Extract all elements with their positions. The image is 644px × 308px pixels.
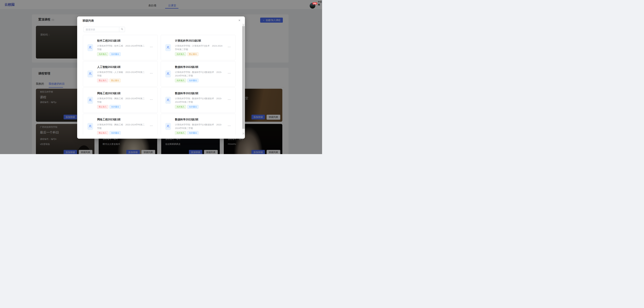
class-meta: 计算机科学学院 - 计算机科学与技术2023-2024学年第二学期	[175, 44, 224, 51]
users-icon	[166, 124, 170, 129]
close-icon[interactable]: ✕	[238, 19, 240, 22]
class-meta: 计算机科学学院 - 网络工程2023-2024学年第二学期	[97, 123, 146, 130]
class-avatar	[88, 70, 93, 77]
more-actions-icon[interactable]: ⋯	[150, 124, 153, 128]
class-dept: 计算机科学学院 - 网络工程	[97, 97, 123, 100]
class-tags: 允许加入 允许退出	[175, 105, 198, 109]
more-actions-icon[interactable]: ⋯	[228, 124, 231, 128]
status-badge: 禁止退出	[110, 79, 120, 82]
class-card[interactable]: 计算机科学2021级2班 计算机科学学院 - 计算机科学与技术2023-2024…	[161, 35, 236, 60]
users-icon	[88, 98, 92, 102]
class-tags: 禁止加入 禁止退出	[97, 79, 120, 82]
class-tags: 禁止加入 允许退出	[97, 105, 120, 109]
class-avatar	[165, 44, 171, 51]
status-badge: 允许加入	[97, 52, 108, 56]
status-badge: 允许退出	[188, 79, 198, 82]
modal-body: 软件工程2021级1班 计算机科学学院 - 软件工程2023-2024学年第二学…	[77, 23, 242, 135]
users-icon	[166, 98, 170, 102]
class-meta: 计算机科学学院 - 数据科学与大数据技术2023-2024学年第二学期	[175, 97, 224, 104]
php-badge: php	[312, 2, 318, 4]
class-tags: 禁止加入 允许退出	[97, 131, 120, 135]
search-icon	[121, 28, 123, 31]
class-card[interactable]: 数据科学2022级2班 计算机科学学院 - 数据科学与大数据技术2023-202…	[161, 114, 236, 135]
modal-scrollbar[interactable]: ▲ ▼	[242, 24, 245, 135]
class-tags: 允许加入 允许退出	[175, 131, 198, 135]
class-card[interactable]: 网络工程2023级1班 计算机科学学院 - 网络工程2023-2024学年第二学…	[83, 87, 158, 113]
class-dept: 计算机科学学院 - 计算机科学与技术	[175, 45, 210, 47]
users-icon	[166, 45, 170, 50]
class-avatar	[165, 123, 171, 130]
class-name: 网络工程2023级1班	[97, 92, 121, 95]
status-badge: 禁止加入	[97, 79, 108, 82]
class-avatar	[88, 44, 93, 51]
status-badge: 允许加入	[175, 52, 186, 56]
class-name: 数据科学2022级2班	[175, 65, 198, 69]
more-actions-icon[interactable]: ⋯	[150, 98, 153, 101]
class-name: 数据科学2022级2班	[175, 118, 198, 121]
class-card[interactable]: 软件工程2021级1班 计算机科学学院 - 软件工程2023-2024学年第二学…	[83, 35, 158, 60]
site-watermark: php 中文网	[312, 0, 322, 6]
class-dept: 计算机科学学院 - 软件工程	[97, 45, 123, 47]
watermark-site-text: 中文网	[318, 0, 322, 6]
class-meta: 计算机科学学院 - 数据科学与大数据技术2023-2024学年第二学期	[175, 70, 224, 77]
search-input[interactable]	[84, 27, 119, 32]
status-badge: 允许退出	[110, 52, 120, 56]
class-name: 网络工程2023级1班	[97, 118, 121, 121]
status-badge: 允许退出	[188, 131, 198, 135]
class-avatar	[88, 123, 93, 130]
status-badge: 允许加入	[175, 105, 186, 109]
status-badge: 允许退出	[188, 105, 198, 109]
users-icon	[88, 72, 92, 76]
class-tags: 允许加入 允许退出	[175, 79, 198, 82]
scroll-up-icon[interactable]: ▲	[242, 24, 245, 26]
more-actions-icon[interactable]: ⋯	[150, 71, 153, 75]
class-card[interactable]: 人工智能2022级1班 计算机科学学院 - 人工智能2023-2024学年第二学…	[83, 61, 158, 86]
class-meta: 计算机科学学院 - 软件工程2023-2024学年第二学期	[97, 44, 146, 51]
class-tags: 允许加入 允许退出	[97, 52, 120, 56]
class-meta: 计算机科学学院 - 网络工程2023-2024学年第二学期	[97, 97, 146, 104]
class-dept: 计算机科学学院 - 数据科学与大数据技术	[175, 71, 214, 73]
users-icon	[166, 72, 170, 76]
class-meta: 计算机科学学院 - 数据科学与大数据技术2023-2024学年第二学期	[175, 123, 224, 130]
class-dept: 计算机科学学院 - 人工智能	[97, 71, 123, 73]
status-badge: 允许加入	[175, 131, 186, 135]
class-name: 人工智能2022级1班	[97, 65, 121, 69]
modal-title: 班级列表	[82, 19, 94, 23]
more-actions-icon[interactable]: ⋯	[228, 98, 231, 101]
class-card[interactable]: 数据科学2022级2班 计算机科学学院 - 数据科学与大数据技术2023-202…	[161, 61, 236, 86]
class-tags: 允许加入 禁止退出	[175, 52, 198, 56]
class-name: 计算机科学2021级2班	[175, 39, 201, 42]
more-actions-icon[interactable]: ⋯	[228, 71, 231, 75]
status-badge: 允许退出	[110, 131, 120, 135]
class-list-modal: 班级列表 ✕ 软件工程2021级1班 计算机科学学院 - 软件工程2023-20…	[77, 16, 245, 139]
status-badge: 禁止加入	[97, 131, 108, 135]
class-card[interactable]: 数据科学2022级2班 计算机科学学院 - 数据科学与大数据技术2023-202…	[161, 87, 236, 113]
status-badge: 允许退出	[110, 105, 120, 109]
class-name: 软件工程2021级1班	[97, 39, 121, 42]
scrollbar-thumb[interactable]	[242, 26, 245, 129]
status-badge: 允许加入	[175, 79, 186, 82]
search-button[interactable]	[119, 27, 125, 32]
search-bar	[84, 27, 125, 32]
class-avatar	[165, 97, 171, 104]
users-icon	[88, 124, 92, 129]
class-dept: 计算机科学学院 - 网络工程	[97, 123, 123, 126]
class-meta: 计算机科学学院 - 人工智能2023-2024学年第二学期	[97, 70, 146, 77]
class-dept: 计算机科学学院 - 数据科学与大数据技术	[175, 97, 214, 100]
class-avatar	[88, 97, 93, 104]
more-actions-icon[interactable]: ⋯	[150, 45, 153, 49]
more-actions-icon[interactable]: ⋯	[228, 45, 231, 49]
status-badge: 禁止退出	[188, 52, 198, 56]
class-dept: 计算机科学学院 - 数据科学与大数据技术	[175, 123, 214, 126]
scroll-down-icon[interactable]: ▼	[242, 132, 245, 135]
users-icon	[88, 45, 92, 50]
class-card[interactable]: 网络工程2023级1班 计算机科学学院 - 网络工程2023-2024学年第二学…	[83, 114, 158, 135]
status-badge: 禁止加入	[97, 105, 108, 109]
class-name: 数据科学2022级2班	[175, 92, 198, 95]
class-avatar	[165, 70, 171, 77]
